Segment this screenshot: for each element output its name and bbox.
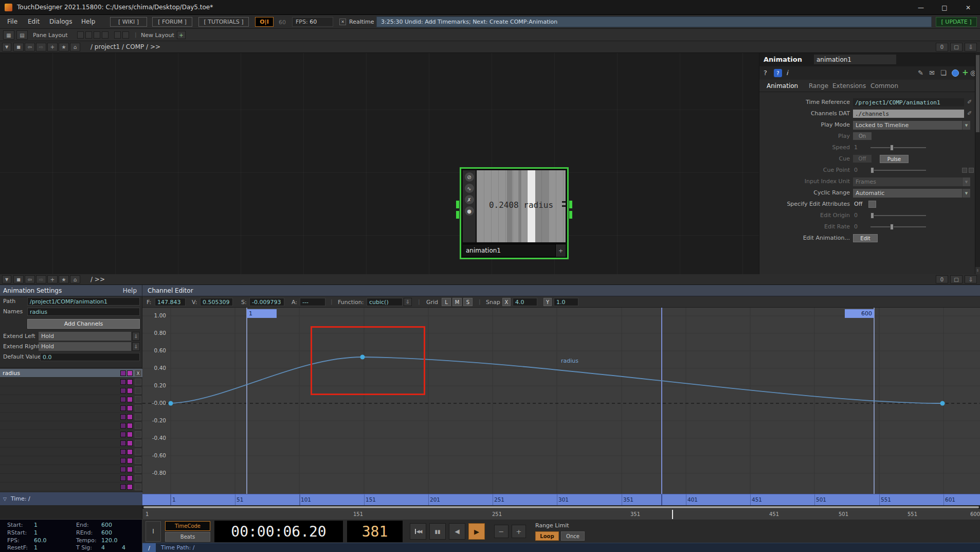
cue-pulse-button[interactable]: Pulse: [880, 155, 909, 163]
edit-rate-value[interactable]: 0: [854, 222, 858, 232]
empty-channel-row[interactable]: [0, 395, 142, 404]
collapse-pane-button[interactable]: ⇩: [965, 275, 977, 283]
home-button[interactable]: ⌂: [70, 275, 80, 283]
empty-channel-row[interactable]: [0, 474, 142, 483]
empty-channel-row[interactable]: [0, 430, 142, 439]
nav-back-button[interactable]: ⇦: [25, 275, 35, 283]
cyclic-range-dropdown[interactable]: Automatic▼: [853, 189, 970, 198]
op-name-field[interactable]: animation1: [814, 55, 896, 64]
scroll-down-icon[interactable]: ⇩: [975, 267, 980, 274]
help-icon[interactable]: ?: [764, 69, 767, 77]
global-timeline-ruler[interactable]: 1 151 251 351 451 501 551 600: [142, 509, 980, 519]
tsig-denominator[interactable]: 4: [122, 544, 125, 551]
tutorials-button[interactable]: [ TUTORIALS ]: [198, 17, 249, 27]
channel-row-radius[interactable]: radius X: [0, 369, 142, 378]
function-field[interactable]: cubic(): [367, 298, 403, 306]
extend-left-apply-icon[interactable]: ⇩: [132, 332, 140, 341]
grid-small-button[interactable]: S: [463, 298, 473, 306]
realtime-checkbox[interactable]: ✕: [339, 19, 346, 25]
menu-file[interactable]: File: [7, 15, 17, 29]
step-back-button[interactable]: −: [494, 525, 509, 538]
snap-x-button[interactable]: X: [502, 298, 511, 306]
view-range-ruler[interactable]: 1 51 101 151 201 251 301 351 401 451 501…: [142, 494, 980, 505]
pane-stop-button[interactable]: ■: [13, 43, 24, 51]
extend-right-apply-icon[interactable]: ⇩: [132, 342, 140, 351]
function-apply-icon[interactable]: ⇩: [404, 298, 412, 306]
time-reference-field[interactable]: /project1/COMP/animation1: [853, 98, 964, 106]
input-index-unit-dropdown[interactable]: Frames▼: [853, 177, 970, 186]
collapse-pane-button[interactable]: ⇩: [965, 43, 977, 51]
minimize-button[interactable]: —: [909, 0, 933, 15]
edit-animation-button[interactable]: Edit: [853, 234, 878, 242]
speed-slider-track[interactable]: [870, 147, 926, 148]
pane-split-button[interactable]: ▦: [3, 30, 14, 40]
edit-rate-slider-handle[interactable]: [890, 224, 894, 230]
cue-toggle[interactable]: Off: [853, 155, 872, 163]
fps-value[interactable]: 60.0: [34, 537, 47, 544]
rend-value[interactable]: 600: [101, 529, 112, 536]
independent-time-button[interactable]: I: [146, 521, 161, 542]
default-value-field[interactable]: 0.0: [40, 353, 140, 361]
value-field[interactable]: 0.505309: [200, 298, 233, 306]
names-field[interactable]: radius: [27, 308, 140, 316]
nav-forward-button[interactable]: ⇨: [36, 275, 46, 283]
nav-back-button[interactable]: ⇦: [25, 43, 35, 51]
pause-button[interactable]: ▮▮: [429, 523, 446, 540]
close-viewer-icon[interactable]: ✗: [465, 195, 474, 204]
play-button[interactable]: ▶: [468, 523, 485, 540]
specify-edit-toggle[interactable]: [868, 201, 876, 208]
edit-rate-slider-track[interactable]: [870, 226, 926, 227]
help-link[interactable]: Help: [123, 287, 137, 294]
empty-channel-row[interactable]: [0, 483, 142, 491]
empty-channel-row[interactable]: [0, 404, 142, 413]
grid-medium-button[interactable]: M: [452, 298, 462, 306]
tab-animation[interactable]: Animation: [767, 80, 798, 92]
timecode-mode-button[interactable]: TimeCode: [165, 521, 210, 531]
cue-point-slider-handle[interactable]: [870, 167, 874, 173]
node-input-connector[interactable]: [456, 201, 459, 208]
frame-display[interactable]: 381: [347, 521, 403, 542]
maximize-pane-button[interactable]: □: [950, 43, 963, 51]
graph-hscrollbar[interactable]: [142, 505, 980, 509]
start-value[interactable]: 1: [34, 522, 38, 528]
play-mode-dropdown[interactable]: Locked to Timeline▼: [853, 121, 970, 130]
close-button[interactable]: ✕: [956, 0, 980, 15]
node-viewer[interactable]: 0.2408 radius: [477, 170, 566, 242]
graph-icon[interactable]: ∿: [465, 184, 474, 193]
play-reverse-button[interactable]: ◀: [449, 523, 465, 540]
tab-extensions[interactable]: Extensions: [832, 80, 866, 92]
accel-field[interactable]: ---: [300, 298, 325, 306]
range-end-marker[interactable]: 600: [845, 309, 874, 318]
node-add-button[interactable]: +: [555, 244, 566, 257]
menu-dialogs[interactable]: Dialogs: [49, 15, 72, 29]
add-layout-button[interactable]: +: [177, 31, 186, 39]
snap-x-field[interactable]: 4.0: [513, 298, 537, 306]
extend-right-dropdown[interactable]: Hold: [39, 342, 131, 351]
empty-channel-row[interactable]: [0, 386, 142, 395]
extend-left-dropdown[interactable]: Hold: [39, 332, 131, 341]
midi-oi-toggle[interactable]: O|I: [255, 17, 274, 27]
speed-slider-handle[interactable]: [890, 145, 894, 151]
play-toggle[interactable]: On: [853, 132, 872, 140]
tempo-value[interactable]: 120.0: [101, 537, 118, 544]
empty-channel-row[interactable]: [0, 413, 142, 421]
channel-color-swatch[interactable]: [120, 370, 126, 376]
add-parameter-icon[interactable]: +: [962, 68, 969, 77]
collapse-icon[interactable]: ▽: [3, 496, 7, 502]
step-forward-button[interactable]: +: [512, 525, 526, 538]
node-name-field[interactable]: animation1: [466, 244, 501, 257]
layout-preset-5[interactable]: [114, 31, 121, 39]
bypass-icon[interactable]: ⊘: [465, 172, 474, 182]
path-field[interactable]: /project1/COMP/animation1: [27, 297, 140, 306]
grid-large-button[interactable]: L: [442, 298, 451, 306]
node-output-connector[interactable]: [569, 201, 572, 208]
tsig-numerator[interactable]: 4: [101, 544, 105, 551]
tab-range[interactable]: Range: [809, 80, 828, 92]
python-help-icon[interactable]: ?: [774, 69, 782, 77]
forum-button[interactable]: [ FORUM ]: [152, 17, 192, 27]
bottom-breadcrumb[interactable]: / >>: [90, 276, 105, 283]
layout-preset-2[interactable]: [85, 31, 92, 39]
edit-origin-slider-track[interactable]: [870, 215, 926, 216]
time-bar[interactable]: ▽ Time: /: [0, 492, 142, 505]
snap-y-button[interactable]: Y: [543, 298, 552, 306]
